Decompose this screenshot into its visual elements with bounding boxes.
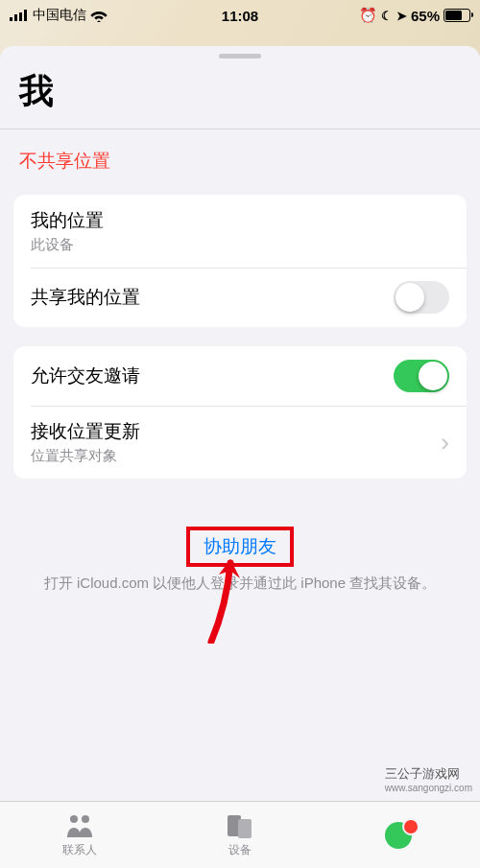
friend-invite-toggle[interactable] xyxy=(394,360,449,392)
page-title: 我 xyxy=(0,64,480,129)
my-location-subtitle: 此设备 xyxy=(31,236,104,254)
svg-point-5 xyxy=(82,815,89,823)
clock: 11:08 xyxy=(222,8,258,24)
my-location-title: 我的位置 xyxy=(31,208,104,233)
watermark: 三公子游戏网 www.sangongzi.com xyxy=(385,765,472,793)
tab-devices-label: 设备 xyxy=(228,842,252,858)
tab-people-label: 联系人 xyxy=(62,842,97,858)
friend-invite-row: 允许交友邀请 xyxy=(13,346,467,406)
annotation-arrow-icon xyxy=(182,557,250,644)
devices-icon xyxy=(224,811,256,840)
share-location-row: 共享我的位置 xyxy=(13,268,467,327)
tab-people[interactable]: 联系人 xyxy=(0,802,160,868)
me-icon xyxy=(385,820,416,849)
my-location-row[interactable]: 我的位置 此设备 xyxy=(13,195,467,268)
battery-percent: 65% xyxy=(411,8,440,24)
annotation-highlight-box: 协助朋友 xyxy=(186,527,294,567)
tab-devices[interactable]: 设备 xyxy=(160,802,321,868)
tab-bar: 联系人 设备 xyxy=(0,801,480,868)
not-sharing-label[interactable]: 不共享位置 xyxy=(0,129,480,195)
help-friend-section: 协助朋友 打开 iCloud.com 以便他人登录并通过此 iPhone 查找其… xyxy=(0,498,480,595)
watermark-title: 三公子游戏网 xyxy=(385,765,472,783)
chevron-right-icon: › xyxy=(441,430,449,455)
svg-rect-3 xyxy=(24,10,27,21)
me-sheet: 我 不共享位置 我的位置 此设备 共享我的位置 允许交友邀请 接收位置更新 位置… xyxy=(0,46,480,868)
alarm-icon: ⏰ xyxy=(359,7,377,24)
updates-title: 接收位置更新 xyxy=(31,419,140,444)
friends-card: 允许交友邀请 接收位置更新 位置共享对象 › xyxy=(13,346,467,479)
svg-rect-1 xyxy=(14,14,17,21)
share-location-toggle[interactable] xyxy=(394,281,449,314)
carrier-label: 中国电信 xyxy=(33,7,86,24)
cellular-signal-icon xyxy=(10,10,29,21)
battery-icon xyxy=(444,9,470,22)
wifi-icon xyxy=(90,9,108,22)
friend-invite-title: 允许交友邀请 xyxy=(31,364,140,388)
tab-me[interactable] xyxy=(320,802,480,868)
svg-point-4 xyxy=(70,815,78,823)
svg-rect-2 xyxy=(19,12,22,21)
sheet-grabber[interactable] xyxy=(219,54,261,59)
share-location-title: 共享我的位置 xyxy=(31,285,140,310)
dnd-moon-icon: ☾ xyxy=(381,9,393,23)
help-friend-description: 打开 iCloud.com 以便他人登录并通过此 iPhone 查找其设备。 xyxy=(23,573,457,595)
location-card: 我的位置 此设备 共享我的位置 xyxy=(13,195,467,327)
watermark-url: www.sangongzi.com xyxy=(385,783,472,793)
updates-subtitle: 位置共享对象 xyxy=(31,447,140,465)
svg-rect-0 xyxy=(10,17,12,21)
updates-row[interactable]: 接收位置更新 位置共享对象 › xyxy=(13,406,467,479)
help-friend-link[interactable]: 协助朋友 xyxy=(204,536,276,556)
location-arrow-icon: ➤ xyxy=(396,9,407,23)
people-icon xyxy=(63,811,96,840)
status-bar: 中国电信 11:08 ⏰ ☾ ➤ 65% xyxy=(0,0,480,31)
svg-rect-7 xyxy=(238,819,252,838)
